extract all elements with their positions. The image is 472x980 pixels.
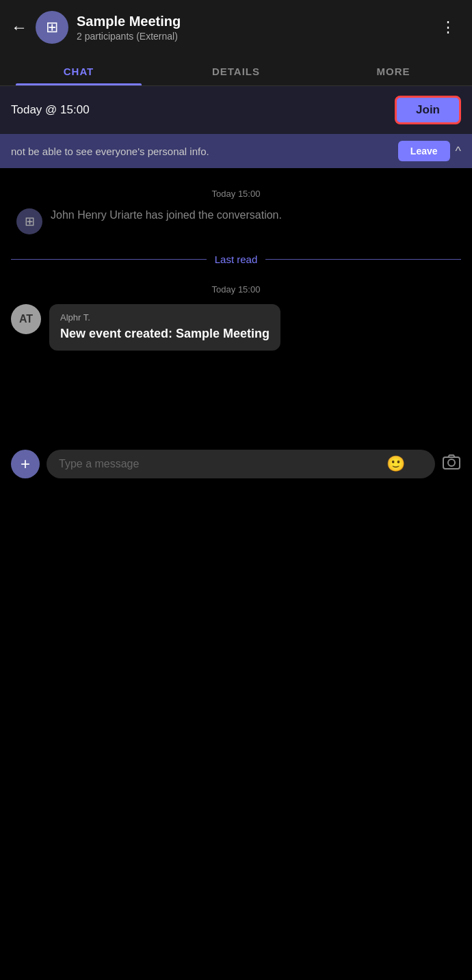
tab-details[interactable]: DETAILS [157,55,315,85]
more-options-button[interactable]: ⋮ [435,16,461,39]
calendar-icon: ⊞ [46,18,58,36]
back-button[interactable]: ← [11,18,27,37]
system-time: Today 15:00 [212,189,261,199]
avatar: ⊞ [36,11,68,44]
chevron-up-icon[interactable]: ^ [456,144,461,159]
meeting-subtitle: 2 participants (External) [77,31,427,42]
message-block: Today 15:00 AT Alphr T. New event create… [0,277,472,357]
info-bar: not be able to see everyone's personal i… [0,134,472,168]
info-text: not be able to see everyone's personal i… [11,146,398,157]
message-time: Today 15:00 [212,284,261,295]
tab-more[interactable]: MORE [315,55,472,85]
leave-button[interactable]: Leave [398,141,450,161]
system-message-block: Today 15:00 ⊞ John Henry Uriarte has joi… [0,168,472,241]
system-calendar-icon: ⊞ [25,214,35,229]
plus-icon: + [21,456,30,472]
meeting-time: Today @ 15:00 [11,103,90,117]
user-initials: AT [19,313,33,325]
message-content: New event created: Sample Meeting [60,325,270,342]
meeting-banner: Today @ 15:00 Join [0,86,472,134]
system-avatar: ⊞ [16,208,42,234]
system-message-text: John Henry Uriarte has joined the conver… [51,207,282,223]
system-msg-row: ⊞ John Henry Uriarte has joined the conv… [11,207,461,234]
divider-line-right [265,259,461,260]
input-area: + Type a message 🙂 [0,441,472,487]
message-input-box[interactable]: Type a message 🙂 [47,450,435,478]
message-sender: Alphr T. [60,312,270,323]
tab-chat[interactable]: CHAT [0,55,157,85]
last-read-label: Last read [215,254,258,265]
message-bubble: Alphr T. New event created: Sample Meeti… [49,304,280,351]
last-read-divider: Last read [0,241,472,277]
message-row: AT Alphr T. New event created: Sample Me… [11,304,461,351]
join-button[interactable]: Join [395,96,461,124]
emoji-icon[interactable]: 🙂 [386,455,405,473]
header: ← ⊞ Sample Meeting 2 participants (Exter… [0,0,472,55]
divider-line-left [11,259,207,260]
info-actions: Leave ^ [398,141,461,161]
add-button[interactable]: + [11,450,40,478]
camera-button[interactable] [442,452,461,476]
chat-area: Today 15:00 ⊞ John Henry Uriarte has joi… [0,168,472,441]
tab-bar: CHAT DETAILS MORE [0,55,472,86]
message-input-placeholder: Type a message [59,458,401,470]
meeting-title: Sample Meeting [77,14,427,29]
svg-point-1 [448,459,455,466]
header-text: Sample Meeting 2 participants (External) [77,14,427,42]
user-avatar: AT [11,304,41,334]
